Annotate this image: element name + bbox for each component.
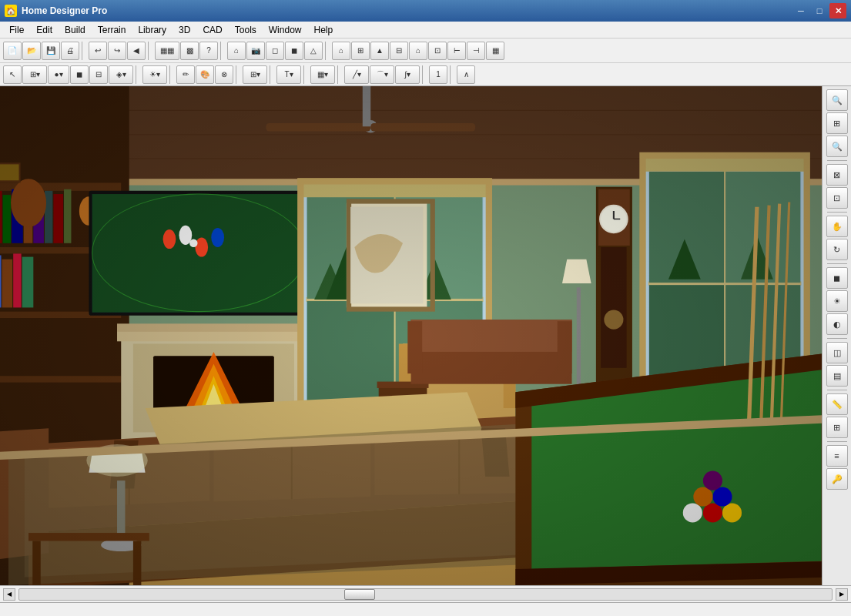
shadow-button[interactable]: ◐: [826, 313, 848, 335]
scene-render: [0, 86, 822, 585]
foundation-button[interactable]: ⊟: [390, 42, 408, 60]
h-scroll-thumb[interactable]: [344, 589, 375, 600]
sep7: [236, 65, 240, 84]
sep6: [169, 65, 174, 84]
zoom-window-button[interactable]: ⊡: [826, 187, 848, 209]
menu-tools[interactable]: Tools: [229, 23, 263, 37]
separator3: [220, 42, 225, 60]
menu-build[interactable]: Build: [59, 23, 92, 37]
elevation-button[interactable]: ◻: [266, 42, 284, 60]
title-bar: 🏠 Home Designer Pro ─ □ ✕: [0, 0, 851, 22]
layers-button[interactable]: ≡: [826, 445, 848, 467]
save-button[interactable]: 💾: [42, 42, 60, 60]
rt-separator5: [827, 390, 847, 390]
minimize-button[interactable]: ─: [792, 3, 809, 18]
menu-terrain[interactable]: Terrain: [92, 23, 132, 37]
menu-help[interactable]: Help: [307, 23, 339, 37]
svg-rect-144: [0, 86, 822, 585]
menu-edit[interactable]: Edit: [30, 23, 59, 37]
menu-cad[interactable]: CAD: [196, 23, 228, 37]
pen-tool[interactable]: ✏: [176, 65, 195, 84]
sep8: [270, 65, 274, 84]
color-tool[interactable]: 🎨: [196, 65, 214, 84]
fill-tool[interactable]: ▦▾: [310, 65, 335, 84]
electrical-button[interactable]: ⊡: [428, 42, 447, 60]
hvac-button[interactable]: ⊣: [467, 42, 485, 60]
edit-tool[interactable]: ⊞▾: [22, 65, 47, 84]
zoom-fit-button[interactable]: ⊠: [826, 164, 848, 186]
grid-button[interactable]: ⊞: [826, 417, 848, 438]
horizontal-scrollbar[interactable]: [18, 588, 833, 601]
scroll-left-button[interactable]: ◀: [3, 588, 15, 601]
material-button[interactable]: ◫: [826, 342, 848, 363]
zoom-out-button[interactable]: 🔍: [826, 136, 848, 157]
select-similar-button[interactable]: ▦▦: [155, 42, 179, 60]
window-controls: ─ □ ✕: [792, 3, 846, 18]
canvas-area[interactable]: ▲ ▼: [0, 86, 822, 585]
number-tool[interactable]: 1: [429, 65, 447, 84]
help-button[interactable]: ?: [199, 42, 218, 60]
arrow-up[interactable]: ∧: [457, 65, 475, 84]
dims-tool[interactable]: ⊞▾: [243, 65, 267, 84]
render-button[interactable]: ◼: [826, 267, 848, 289]
arc-tool[interactable]: ⌒▾: [370, 65, 394, 84]
sep10: [337, 65, 342, 84]
menu-file[interactable]: File: [3, 23, 30, 37]
spline-tool[interactable]: ∫▾: [395, 65, 420, 84]
zoom-in-button[interactable]: 🔍: [826, 89, 848, 111]
sep5: [136, 65, 140, 84]
plumbing-button[interactable]: ⊢: [447, 42, 466, 60]
rt-separator4: [827, 338, 847, 339]
close-button[interactable]: ✕: [829, 3, 846, 18]
light-tool[interactable]: ☀▾: [142, 65, 167, 84]
sep12: [450, 65, 454, 84]
redo-button[interactable]: ↪: [108, 42, 126, 60]
sep11: [422, 65, 427, 84]
select-tool[interactable]: ↖: [3, 65, 22, 84]
orbit-button[interactable]: ↻: [826, 239, 848, 260]
roof-button[interactable]: ▲: [370, 42, 389, 60]
toolbar-draw: ↖ ⊞▾ ●▾ ◼ ⊟ ◈▾ ☀▾ ✏ 🎨 ⊗ ⊞▾ T▾ ▦▾ ╱▾ ⌒▾ ∫…: [0, 63, 851, 86]
select-button[interactable]: ▩: [180, 42, 199, 60]
open-button[interactable]: 📂: [22, 42, 41, 60]
draw-circle[interactable]: ●▾: [48, 65, 69, 84]
floorplan-button[interactable]: ⌂: [227, 42, 246, 60]
rt-separator6: [827, 441, 847, 442]
wall-tool[interactable]: ⊟: [89, 65, 108, 84]
pan-button[interactable]: ✋: [826, 216, 848, 237]
menu-bar: File Edit Build Terrain Library 3D CAD T…: [0, 22, 851, 38]
key-button[interactable]: 🔑: [826, 468, 848, 490]
rt-separator3: [827, 263, 847, 264]
erase-tool[interactable]: ⊗: [215, 65, 233, 84]
app-icon: 🏠: [5, 5, 17, 17]
back-button[interactable]: ◀: [127, 42, 146, 60]
scroll-right-button[interactable]: ▶: [836, 588, 848, 601]
separator: [82, 42, 86, 60]
new-button[interactable]: 📄: [3, 42, 22, 60]
section-button[interactable]: ◼: [285, 42, 303, 60]
insulation-button[interactable]: ▦: [486, 42, 504, 60]
menu-3d[interactable]: 3D: [173, 23, 196, 37]
detail-button[interactable]: △: [304, 42, 323, 60]
menu-library[interactable]: Library: [132, 23, 173, 37]
line-tool[interactable]: ╱▾: [344, 65, 369, 84]
text-tool[interactable]: T▾: [276, 65, 301, 84]
framing-button[interactable]: ⌂: [409, 42, 427, 60]
camera-button[interactable]: 📷: [246, 42, 265, 60]
menu-window[interactable]: Window: [263, 23, 308, 37]
room-tool[interactable]: ◼: [70, 65, 89, 84]
undo-button[interactable]: ↩: [89, 42, 107, 60]
texture-button[interactable]: ▤: [826, 365, 848, 387]
right-toolbar: 🔍 ⊞ 🔍 ⊠ ⊡ ✋ ↻ ◼ ☀ ◐ ◫ ▤ 📏 ⊞ ≡ 🔑: [822, 86, 851, 585]
zoom-extent-button[interactable]: ⊞: [826, 112, 848, 134]
view3d-button[interactable]: ⌂: [332, 42, 350, 60]
app-title: Home Designer Pro: [22, 5, 792, 16]
rt-separator2: [827, 212, 847, 213]
light-button[interactable]: ☀: [826, 290, 848, 312]
overview-button[interactable]: ⊞: [351, 42, 370, 60]
separator4: [325, 42, 330, 60]
maximize-button[interactable]: □: [811, 3, 828, 18]
measure-button[interactable]: 📏: [826, 393, 848, 415]
print-button[interactable]: 🖨: [61, 42, 79, 60]
cabinet-tool[interactable]: ◈▾: [109, 65, 133, 84]
